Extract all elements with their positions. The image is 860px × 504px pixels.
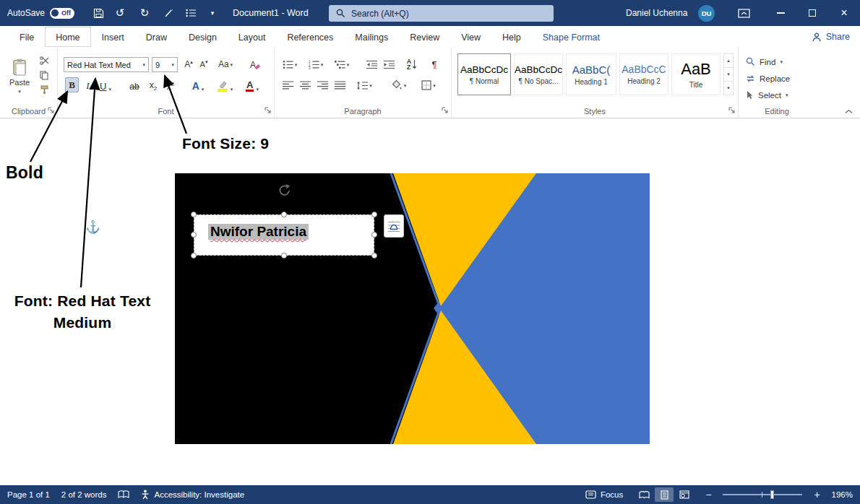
collapse-ribbon-button[interactable] [845,109,853,114]
copy-button[interactable] [36,69,52,81]
ribbon-display-options-button[interactable] [731,0,756,26]
align-center-button[interactable] [298,79,312,92]
highlight-button[interactable]: ▾ [214,77,236,92]
redo-button[interactable]: ↻ [134,0,155,26]
replace-button[interactable]: Replace [746,71,790,85]
style-heading-2[interactable]: AaBbCcC Heading 2 [619,53,668,95]
format-painter-button[interactable] [36,84,52,95]
clipboard-dialog-launcher-icon[interactable] [48,107,54,113]
change-case-button[interactable]: Aa▾ [215,57,236,71]
multilevel-list-button[interactable]: ▾ [332,58,351,71]
styles-scroll-down-button[interactable]: ▾ [724,68,733,82]
tab-design[interactable]: Design [178,27,228,47]
style-normal[interactable]: AaBbCcDc ¶ Normal [457,53,511,95]
tab-shape-format[interactable]: Shape Format [532,27,611,47]
styles-dialog-launcher-icon[interactable] [728,107,735,113]
read-mode-button[interactable] [635,487,653,502]
styles-gallery-more-button[interactable]: ▾ [724,82,733,95]
selection-handle-bottom-middle[interactable] [281,253,287,258]
quick-access-list-button[interactable] [181,0,201,26]
tab-mailings[interactable]: Mailings [344,27,399,47]
style-no-spacing[interactable]: AaBbCcDc ¶ No Spac... [514,53,563,95]
save-button[interactable] [88,0,108,26]
autosave-switch[interactable]: Off [50,8,74,19]
search-input[interactable]: Search (Alt+Q) [329,5,554,22]
select-button[interactable]: Select ▾ [746,88,788,102]
proofing-status[interactable] [118,490,129,499]
tab-references[interactable]: References [276,27,344,47]
cut-button[interactable] [36,55,52,66]
align-left-button[interactable] [280,79,295,92]
align-right-button[interactable] [315,79,330,92]
shading-button[interactable]: ▾ [389,79,409,92]
grow-font-button[interactable]: A▴ [182,57,195,71]
bullets-button[interactable]: ▾ [280,58,299,71]
print-layout-button[interactable] [655,487,674,502]
selection-handle-top-left[interactable] [191,212,197,217]
show-marks-button[interactable]: ¶ [428,58,441,71]
font-dialog-launcher-icon[interactable] [265,107,271,113]
superscript-button[interactable]: x2 [163,77,178,92]
increase-indent-button[interactable] [382,58,396,71]
style-title[interactable]: AaB Title [671,53,721,95]
textbox-text[interactable]: Nwifor Patricia [208,224,309,240]
tab-help[interactable]: Help [491,27,532,47]
touch-mode-button[interactable] [159,0,179,26]
borders-button[interactable]: ▾ [418,79,439,92]
selection-handle-top-middle[interactable] [281,212,287,217]
underline-button[interactable]: U ▾ [96,77,115,92]
maximize-button[interactable] [796,0,828,26]
decrease-indent-button[interactable] [364,58,379,71]
close-button[interactable]: × [828,0,860,26]
zoom-slider[interactable] [723,490,802,500]
tab-review[interactable]: Review [399,27,450,47]
autosave-toggle[interactable]: AutoSave Off [7,0,74,26]
find-button[interactable]: Find ▾ [746,55,783,69]
zoom-level[interactable]: 196% [832,490,853,499]
tab-layout[interactable]: Layout [228,27,277,47]
subscript-button[interactable]: x2 [146,77,160,92]
layout-options-button[interactable] [384,214,404,238]
font-name-combo[interactable]: Red Hat Text Med ▾ [64,57,149,72]
tab-home[interactable]: Home [45,27,90,47]
selection-handle-top-right[interactable] [371,212,377,217]
strikethrough-button[interactable]: ab [126,77,142,92]
paste-button[interactable]: Paste ▾ [6,52,33,100]
web-layout-button[interactable] [675,487,694,502]
paragraph-dialog-launcher-icon[interactable] [442,107,448,113]
clear-formatting-button[interactable]: A [247,57,263,71]
avatar[interactable]: DU [698,5,715,22]
italic-button[interactable]: I [83,77,93,92]
accessibility-status[interactable]: Accessibility: Investigate [141,490,244,500]
selection-handle-bottom-left[interactable] [191,253,197,258]
numbering-button[interactable]: 123 ▾ [306,58,325,71]
style-heading-1[interactable]: AaBbC( Heading 1 [566,53,616,95]
selection-handle-middle-right[interactable] [371,232,377,238]
tab-view[interactable]: View [450,27,491,47]
zoom-in-button[interactable]: + [814,489,820,500]
share-button[interactable]: Share [812,26,850,48]
qat-overflow-button[interactable]: ▾ [202,0,223,26]
zoom-slider-thumb[interactable] [770,490,774,499]
line-spacing-button[interactable]: ▾ [354,79,374,92]
minimize-button[interactable] [765,0,796,26]
tab-draw[interactable]: Draw [135,27,178,47]
shrink-font-button[interactable]: A▾ [197,57,210,71]
sort-button[interactable]: AZ [403,58,421,71]
text-effects-button[interactable]: A ▾ [188,77,208,92]
page-indicator[interactable]: Page 1 of 1 [7,490,50,499]
undo-button[interactable]: ↺ [110,0,130,26]
font-color-button[interactable]: A ▾ [241,77,263,92]
tab-insert[interactable]: Insert [91,27,135,47]
word-count[interactable]: 2 of 2 words [61,490,107,499]
zoom-out-button[interactable]: − [705,489,711,500]
selection-handle-bottom-right[interactable] [371,253,377,258]
styles-scroll-up-button[interactable]: ▴ [724,54,733,68]
font-size-combo[interactable]: 9 ▾ [152,57,178,72]
justify-button[interactable] [332,79,347,92]
selection-handle-middle-left[interactable] [191,232,197,238]
focus-button[interactable]: Focus [585,490,623,499]
tab-file[interactable]: File [9,27,45,47]
rotate-handle[interactable] [278,183,291,197]
bold-button[interactable]: B [65,77,79,92]
